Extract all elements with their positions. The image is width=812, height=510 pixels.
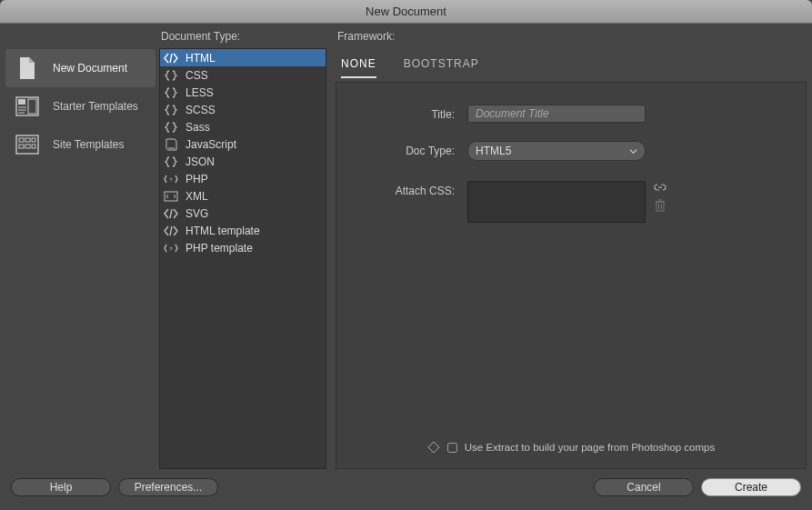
doctype-item-xml[interactable]: XML	[160, 187, 326, 205]
doctype-select[interactable]: HTML5	[467, 141, 646, 161]
svg-text:?: ?	[169, 245, 173, 251]
braces-icon	[164, 104, 178, 116]
footer: Help Preferences... Cancel Create	[0, 469, 812, 505]
xml-icon	[164, 190, 178, 203]
window-title: New Document	[0, 0, 812, 24]
document-type-list[interactable]: HTMLCSSLESSSCSSSassJavaScriptJSON?PHPXML…	[159, 48, 326, 469]
php-icon: ?	[164, 173, 178, 185]
new-document-icon	[15, 56, 40, 80]
doctype-item-scss[interactable]: SCSS	[160, 101, 326, 118]
braces-icon	[164, 121, 178, 134]
code-icon	[164, 207, 178, 220]
svg-rect-10	[19, 145, 24, 148]
braces-icon	[164, 155, 178, 168]
doctype-item-php[interactable]: ?PHP	[160, 170, 326, 187]
preferences-button[interactable]: Preferences...	[118, 478, 218, 496]
doctype-item-php-template[interactable]: ?PHP template	[160, 239, 326, 256]
doctype-item-label: LESS	[185, 86, 214, 99]
doctype-item-label: HTML	[185, 52, 216, 65]
framework-tabs: NONE BOOTSTRAP	[336, 48, 807, 78]
doctype-item-label: JavaScript	[185, 138, 236, 151]
sidebar: New Document Starter Templates Site Temp…	[5, 27, 155, 469]
doctype-item-json[interactable]: JSON	[160, 153, 326, 170]
svg-rect-5	[28, 99, 36, 114]
tab-none[interactable]: NONE	[341, 54, 376, 78]
sidebar-item-new-document[interactable]: New Document	[5, 49, 155, 87]
doctype-select-value: HTML5	[476, 145, 511, 157]
extract-checkbox[interactable]	[447, 443, 457, 453]
doctype-item-label: PHP template	[185, 242, 253, 255]
svg-text:?: ?	[169, 176, 173, 182]
doctype-item-label: CSS	[185, 69, 208, 82]
sidebar-item-label: Starter Templates	[53, 100, 138, 113]
extract-label: Use Extract to build your page from Phot…	[465, 442, 716, 453]
tab-bootstrap[interactable]: BOOTSTRAP	[404, 54, 479, 78]
doctype-item-label: PHP	[185, 173, 208, 185]
doctype-item-label: JSON	[185, 155, 215, 168]
document-type-header: Document Type:	[159, 27, 326, 48]
framework-header: Framework:	[336, 27, 807, 48]
doctype-item-svg[interactable]: SVG	[160, 205, 326, 222]
braces-icon	[164, 69, 178, 82]
doctype-item-label: HTML template	[185, 225, 260, 237]
code-icon	[164, 52, 178, 65]
doctype-item-css[interactable]: CSS	[160, 66, 326, 84]
svg-rect-8	[25, 138, 30, 142]
doctype-item-less[interactable]: LESS	[160, 84, 326, 101]
form-panel: Title: Doc Type: HTML5 Attach CSS:	[336, 82, 807, 469]
chevron-down-icon	[629, 147, 637, 155]
sidebar-item-label: New Document	[53, 62, 127, 75]
svg-rect-17	[657, 202, 664, 211]
extract-icon	[427, 441, 440, 454]
svg-rect-7	[19, 138, 24, 142]
create-button[interactable]: Create	[701, 478, 801, 496]
doctype-item-label: SCSS	[185, 104, 216, 116]
attach-css-label: Attach CSS:	[349, 181, 467, 201]
doctype-item-javascript[interactable]: JavaScript	[160, 135, 326, 153]
svg-rect-11	[25, 145, 30, 148]
extract-bar: Use Extract to build your page from Phot…	[336, 441, 806, 454]
link-icon[interactable]	[653, 181, 667, 194]
svg-rect-9	[32, 138, 35, 142]
doctype-label: Doc Type:	[349, 141, 467, 161]
title-label: Title:	[349, 105, 467, 125]
starter-templates-icon	[15, 95, 40, 118]
site-templates-icon	[15, 133, 40, 156]
sidebar-item-label: Site Templates	[53, 138, 125, 151]
trash-icon[interactable]	[653, 199, 667, 212]
php-icon: ?	[164, 242, 178, 255]
help-button[interactable]: Help	[11, 478, 111, 496]
braces-icon	[164, 86, 178, 99]
title-input[interactable]	[467, 105, 646, 123]
doctype-item-label: SVG	[185, 207, 208, 220]
doctype-item-sass[interactable]: Sass	[160, 118, 326, 135]
code-icon	[164, 225, 178, 237]
cancel-button[interactable]: Cancel	[594, 478, 694, 496]
svg-rect-12	[32, 145, 35, 148]
attach-css-list[interactable]	[467, 181, 646, 223]
doctype-item-html-template[interactable]: HTML template	[160, 222, 326, 239]
doctype-item-label: Sass	[185, 121, 210, 134]
doctype-item-html[interactable]: HTML	[160, 49, 326, 66]
sidebar-item-site-templates[interactable]: Site Templates	[5, 125, 155, 164]
svg-rect-1	[18, 99, 25, 105]
doctype-item-label: XML	[185, 190, 208, 203]
sidebar-item-starter-templates[interactable]: Starter Templates	[5, 87, 155, 125]
script-icon	[164, 138, 178, 151]
